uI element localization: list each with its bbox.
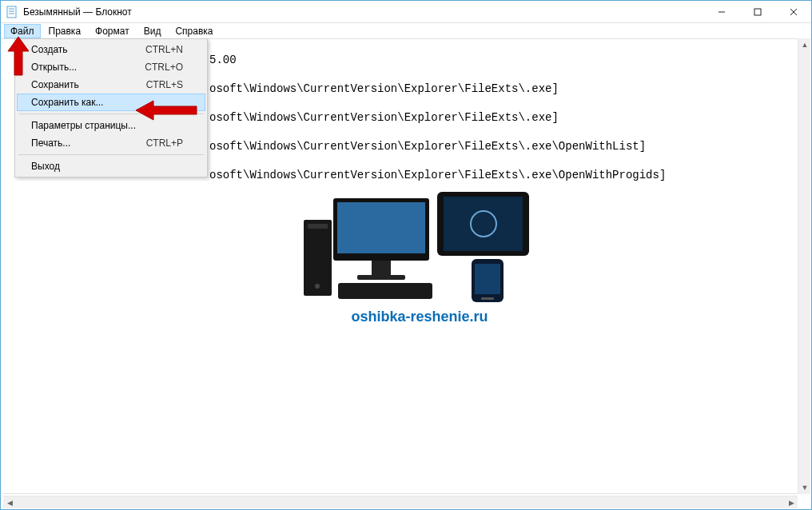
menu-item-new[interactable]: Создать CTRL+N <box>17 41 205 58</box>
menu-item-shortcut: CTRL+O <box>145 62 183 73</box>
file-menu-dropdown: Создать CTRL+N Открыть... CTRL+O Сохрани… <box>14 38 208 177</box>
menu-item-label: Открыть... <box>31 62 77 73</box>
svg-rect-23 <box>481 297 494 300</box>
menu-item-label: Сохранить как... <box>31 97 103 108</box>
menu-edit[interactable]: Правка <box>42 24 88 38</box>
svg-rect-17 <box>338 283 432 299</box>
menu-file[interactable]: Файл <box>4 24 41 38</box>
menu-item-shortcut: CTRL+N <box>145 44 183 55</box>
maximize-button[interactable] <box>739 1 775 23</box>
svg-rect-22 <box>475 264 500 294</box>
menu-item-label: Печать... <box>31 137 70 149</box>
titlebar: Безымянный — Блокнот <box>1 1 811 23</box>
menu-item-save-as[interactable]: Сохранить как... <box>17 94 205 111</box>
menu-item-exit[interactable]: Выход <box>17 157 205 175</box>
scroll-down-icon[interactable]: ▼ <box>798 481 811 494</box>
menu-format[interactable]: Формат <box>89 24 136 38</box>
menu-item-shortcut: CTRL+P <box>146 137 183 149</box>
svg-rect-0 <box>7 6 16 18</box>
svg-rect-14 <box>337 202 425 253</box>
scroll-up-icon[interactable]: ▲ <box>798 38 811 51</box>
watermark-text: oshibka-reshenie.ru <box>288 309 551 325</box>
watermark-devices-icon <box>288 184 551 304</box>
scroll-left-icon[interactable]: ◀ <box>3 496 16 509</box>
menu-item-label: Параметры страницы... <box>31 120 136 131</box>
svg-rect-15 <box>372 261 391 275</box>
menu-separator <box>18 114 204 114</box>
svg-rect-16 <box>357 275 405 280</box>
menu-item-label: Выход <box>31 161 60 172</box>
menu-item-label: Сохранить <box>31 79 79 90</box>
vertical-scrollbar[interactable]: ▲ ▼ <box>798 38 810 494</box>
menubar: Файл Правка Формат Вид Справка <box>1 23 811 39</box>
menu-separator <box>18 154 204 155</box>
horizontal-scrollbar[interactable]: ◀ ▶ <box>3 496 798 508</box>
watermark-overlay: oshibka-reshenie.ru <box>288 184 551 325</box>
svg-rect-5 <box>754 9 761 15</box>
window-controls <box>703 1 811 23</box>
menu-help[interactable]: Справка <box>169 24 219 38</box>
menu-item-shortcut: CTRL+S <box>146 79 183 90</box>
menu-item-page-setup[interactable]: Параметры страницы... <box>17 117 205 134</box>
menu-view[interactable]: Вид <box>137 24 168 38</box>
scroll-right-icon[interactable]: ▶ <box>785 496 798 509</box>
menu-item-print[interactable]: Печать... CTRL+P <box>17 134 205 152</box>
svg-rect-19 <box>444 197 523 251</box>
window-title: Безымянный — Блокнот <box>23 6 132 18</box>
menu-item-label: Создать <box>31 44 68 55</box>
notepad-icon <box>6 6 18 18</box>
svg-rect-11 <box>308 224 328 229</box>
minimize-button[interactable] <box>703 1 739 23</box>
close-button[interactable] <box>775 1 811 23</box>
menu-item-save[interactable]: Сохранить CTRL+S <box>17 76 205 94</box>
svg-point-12 <box>315 284 320 289</box>
menu-item-open[interactable]: Открыть... CTRL+O <box>17 58 205 76</box>
